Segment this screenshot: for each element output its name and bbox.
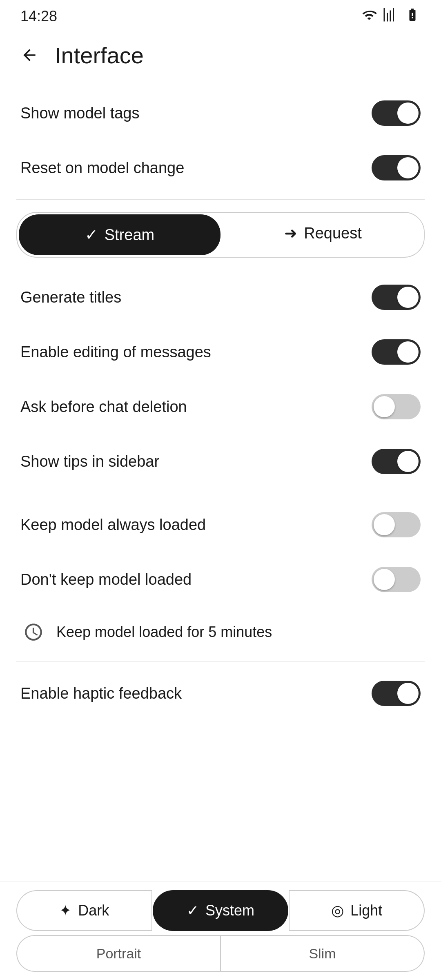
app-bar: Interface bbox=[0, 33, 441, 78]
request-arrow-icon: ➜ bbox=[284, 224, 297, 242]
timer-icon bbox=[20, 619, 47, 645]
keep-model-info-row: Keep model loaded for 5 minutes bbox=[0, 607, 441, 657]
signal-icon bbox=[383, 7, 398, 25]
slim-label: Slim bbox=[309, 946, 336, 962]
enable-editing-label: Enable editing of messages bbox=[20, 343, 211, 361]
dark-label: Dark bbox=[78, 902, 109, 919]
show-model-tags-toggle[interactable] bbox=[372, 100, 421, 126]
slim-button[interactable]: Slim bbox=[220, 935, 425, 972]
stream-check-icon: ✓ bbox=[85, 226, 98, 244]
bottom-bar: ✦ Dark ✓ System ◎ Light Portrait Slim bbox=[0, 882, 441, 980]
enable-editing-toggle[interactable] bbox=[372, 339, 421, 365]
stream-request-group: ✓ Stream ➜ Request bbox=[16, 212, 425, 258]
divider-1 bbox=[16, 199, 425, 200]
wifi-icon bbox=[362, 8, 376, 25]
stream-button[interactable]: ✓ Stream bbox=[19, 214, 220, 255]
system-theme-button[interactable]: ✓ System bbox=[153, 890, 289, 931]
request-label: Request bbox=[304, 225, 362, 242]
reset-on-model-change-row: Reset on model change bbox=[0, 140, 441, 195]
show-model-tags-row: Show model tags bbox=[0, 86, 441, 140]
stream-label: Stream bbox=[105, 226, 154, 244]
haptic-feedback-toggle[interactable] bbox=[372, 681, 421, 706]
dark-theme-button[interactable]: ✦ Dark bbox=[16, 890, 152, 931]
haptic-feedback-label: Enable haptic feedback bbox=[20, 685, 182, 702]
stream-request-container: ✓ Stream ➜ Request bbox=[16, 212, 425, 258]
keep-model-loaded-row: Keep model always loaded bbox=[0, 497, 441, 552]
system-check-icon: ✓ bbox=[187, 902, 199, 919]
divider-3 bbox=[16, 662, 425, 662]
show-tips-toggle[interactable] bbox=[372, 449, 421, 474]
status-time: 14:28 bbox=[20, 8, 57, 25]
show-model-tags-label: Show model tags bbox=[20, 105, 140, 122]
keep-model-info-text: Keep model loaded for 5 minutes bbox=[56, 624, 272, 641]
settings-content: Show model tags Reset on model change ✓ … bbox=[0, 78, 441, 802]
dont-keep-model-row: Don't keep model loaded bbox=[0, 552, 441, 607]
back-button[interactable] bbox=[16, 42, 42, 68]
generate-titles-row: Generate titles bbox=[0, 270, 441, 325]
battery-icon bbox=[404, 7, 421, 25]
generate-titles-label: Generate titles bbox=[20, 289, 121, 306]
show-tips-label: Show tips in sidebar bbox=[20, 453, 159, 470]
ask-before-deletion-row: Ask before chat deletion bbox=[0, 379, 441, 434]
keep-model-loaded-toggle[interactable] bbox=[372, 512, 421, 537]
theme-group: ✦ Dark ✓ System ◎ Light bbox=[0, 882, 441, 935]
haptic-feedback-row: Enable haptic feedback bbox=[0, 666, 441, 721]
page-title: Interface bbox=[55, 42, 144, 69]
light-theme-button[interactable]: ◎ Light bbox=[289, 890, 425, 931]
keep-model-loaded-label: Keep model always loaded bbox=[20, 516, 206, 534]
light-icon: ◎ bbox=[331, 902, 344, 919]
ask-before-deletion-toggle[interactable] bbox=[372, 394, 421, 419]
generate-titles-toggle[interactable] bbox=[372, 285, 421, 310]
show-tips-row: Show tips in sidebar bbox=[0, 434, 441, 489]
light-label: Light bbox=[350, 902, 382, 919]
status-icons bbox=[362, 7, 421, 25]
system-label: System bbox=[205, 902, 254, 919]
dont-keep-model-label: Don't keep model loaded bbox=[20, 571, 192, 588]
reset-on-model-change-toggle[interactable] bbox=[372, 155, 421, 180]
dark-icon: ✦ bbox=[59, 902, 71, 919]
ask-before-deletion-label: Ask before chat deletion bbox=[20, 398, 187, 416]
status-bar: 14:28 bbox=[0, 0, 441, 33]
bottom-sub-row: Portrait Slim bbox=[0, 935, 441, 980]
dont-keep-model-toggle[interactable] bbox=[372, 567, 421, 592]
request-button[interactable]: ➜ Request bbox=[222, 213, 424, 254]
reset-on-model-change-label: Reset on model change bbox=[20, 159, 184, 177]
divider-2 bbox=[16, 493, 425, 493]
enable-editing-row: Enable editing of messages bbox=[0, 325, 441, 379]
portrait-button[interactable]: Portrait bbox=[16, 935, 220, 972]
back-arrow-icon bbox=[20, 46, 38, 64]
portrait-label: Portrait bbox=[96, 946, 141, 962]
